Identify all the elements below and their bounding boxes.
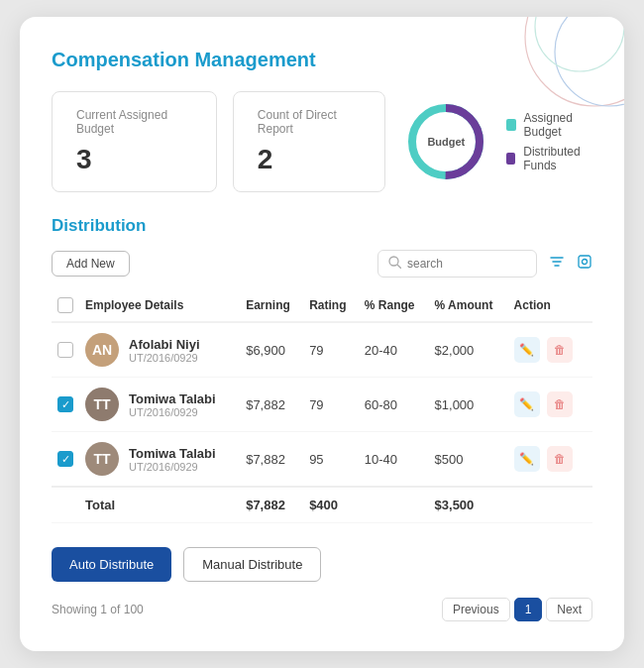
settings-icon[interactable] [577,254,592,274]
employee-id: UT/2016/0929 [129,406,216,418]
svg-rect-7 [579,256,590,268]
total-amount: $3,500 [429,487,508,523]
svg-point-8 [583,260,588,265]
row-employee-cell: TT Tomiwa Talabi UT/2016/0929 [79,432,240,488]
total-label: Total [79,487,240,523]
avatar: TT [85,388,119,421]
total-action-blank [508,487,592,523]
employee-id: UT/2016/0929 [129,352,200,364]
table-row: TT Tomiwa Talabi UT/2016/0929 $7,882 79 … [52,378,592,432]
row-action: ✏️ 🗑 [508,378,592,432]
table-row: TT Tomiwa Talabi UT/2016/0929 $7,882 95 … [52,432,592,488]
total-earning: $7,882 [240,487,303,523]
avatar: TT [85,442,119,476]
distribution-section-title: Distribution [52,216,592,236]
edit-button[interactable]: ✏️ [514,391,540,417]
delete-button[interactable]: 🗑 [547,391,573,417]
table-header-row: Employee Details Earning Rating % Range … [52,289,592,322]
row-range: 60-80 [359,378,429,432]
main-card: Compensation Management Current Assigned… [20,17,624,651]
auto-distribute-button[interactable]: Auto Distribute [52,547,171,582]
legend-distributed: Distributed Funds [506,145,592,172]
row-amount: $2,000 [429,322,508,378]
stats-row: Current Assigned Budget 3 Count of Direc… [52,91,592,192]
distribution-table: Employee Details Earning Rating % Range … [52,289,592,523]
next-page-button[interactable]: Next [546,598,592,621]
budget-label: Current Assigned Budget [76,108,192,136]
pagination-row: Showing 1 of 100 Previous 1 Next [52,598,592,621]
table-toolbar: Add New [52,250,592,278]
row-range: 10-40 [359,432,429,488]
total-row: Total $7,882 $400 $3,500 [52,487,592,523]
bottom-buttons: Auto Distribute Manual Distribute [52,547,592,582]
pagination: Previous 1 Next [442,598,592,621]
chart-legend: Assigned Budget Distributed Funds [506,111,592,172]
search-box [377,250,537,278]
row-amount: $500 [429,432,508,488]
delete-button[interactable]: 🗑 [547,337,573,363]
col-pct-range: % Range [359,289,429,322]
prev-page-button[interactable]: Previous [442,598,510,621]
chart-legend-area: Budget Assigned Budget Distributed Funds [401,97,592,186]
row-earning: $7,882 [240,432,303,488]
edit-button[interactable]: ✏️ [514,337,540,363]
svg-line-6 [397,265,401,269]
row-action: ✏️ 🗑 [508,322,592,378]
manual-distribute-button[interactable]: Manual Distribute [183,547,321,582]
budget-value: 3 [76,144,192,175]
search-icon [388,255,401,273]
row-range: 20-40 [359,322,429,378]
row-rating: 79 [303,378,359,432]
row-earning: $7,882 [240,378,303,432]
edit-button[interactable]: ✏️ [514,446,540,472]
report-label: Count of Direct Report [258,108,362,136]
chart-center-label: Budget [427,136,465,148]
employee-name: Tomiwa Talabi [129,446,216,461]
legend-assigned: Assigned Budget [506,111,592,139]
row-checkbox-2[interactable] [57,451,73,467]
header-checkbox-cell [52,289,79,322]
delete-button[interactable]: 🗑 [547,446,573,472]
row-employee-cell: AN Afolabi Niyi UT/2016/0929 [79,322,240,378]
assigned-budget-label: Assigned Budget [524,111,592,139]
row-employee-cell: TT Tomiwa Talabi UT/2016/0929 [79,378,240,432]
col-action: Action [508,289,592,322]
employee-id: UT/2016/0929 [129,461,216,473]
page-1-button[interactable]: 1 [514,598,543,621]
page-title: Compensation Management [52,49,592,71]
donut-chart: Budget [401,97,490,186]
distributed-funds-dot [506,153,515,165]
row-checkbox-1[interactable] [57,396,73,412]
row-checkbox-0[interactable] [57,342,73,358]
col-pct-amount: % Amount [429,289,508,322]
row-checkbox-cell [52,322,79,378]
distributed-funds-label: Distributed Funds [523,145,592,172]
employee-name: Afolabi Niyi [129,337,200,352]
row-rating: 79 [303,322,359,378]
add-new-button[interactable]: Add New [52,251,130,277]
col-rating: Rating [303,289,359,322]
row-action: ✏️ 🗑 [508,432,592,488]
total-rating: $400 [303,487,359,523]
col-employee-details: Employee Details [79,289,240,322]
row-amount: $1,000 [429,378,508,432]
row-earning: $6,900 [240,322,303,378]
report-stat-box: Count of Direct Report 2 [233,91,386,192]
row-checkbox-cell [52,378,79,432]
table-row: AN Afolabi Niyi UT/2016/0929 $6,900 79 2… [52,322,592,378]
report-value: 2 [258,144,362,175]
select-all-checkbox[interactable] [57,297,73,313]
showing-text: Showing 1 of 100 [52,603,144,616]
employee-name: Tomiwa Talabi [129,391,216,406]
row-rating: 95 [303,432,359,488]
total-blank [52,487,79,523]
filter-icon[interactable] [549,254,565,274]
svg-point-5 [389,257,398,266]
assigned-budget-dot [506,119,515,131]
budget-stat-box: Current Assigned Budget 3 [52,91,217,192]
avatar: AN [85,333,119,367]
row-checkbox-cell [52,432,79,488]
col-earning: Earning [240,289,303,322]
total-range-blank [359,487,429,523]
search-input[interactable] [407,257,526,271]
